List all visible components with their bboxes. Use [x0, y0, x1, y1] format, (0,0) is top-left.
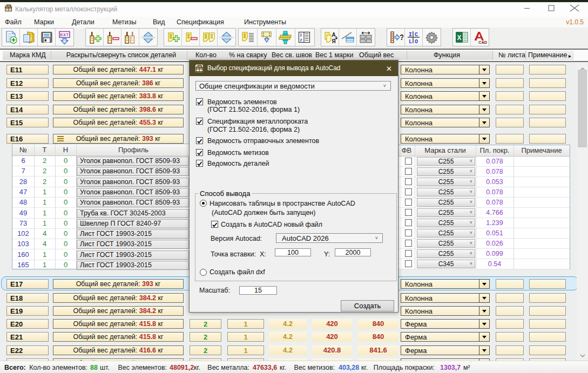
svg-text:X: X [457, 34, 461, 42]
svg-text:?: ? [400, 33, 403, 42]
svg-text:C: C [415, 32, 418, 38]
svg-text:L: L [409, 39, 412, 45]
svg-text:CAD: CAD [478, 40, 487, 45]
svg-text:А: А [332, 32, 336, 38]
svg-text:I: I [409, 32, 412, 38]
svg-text:г: г [300, 37, 302, 43]
svg-text:O: O [415, 39, 418, 45]
svg-text:Я: Я [332, 38, 336, 44]
svg-text:EXT: EXT [60, 32, 69, 37]
